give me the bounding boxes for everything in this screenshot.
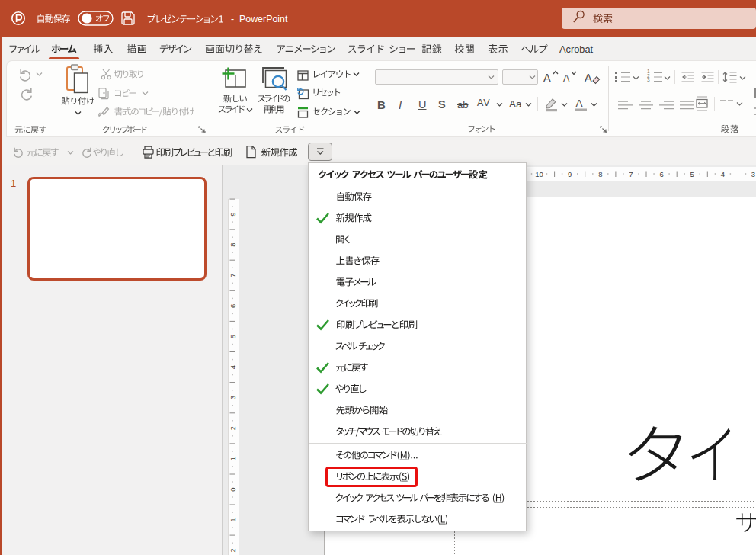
svg-text:4: 4 xyxy=(229,365,237,369)
svg-text:1: 1 xyxy=(229,457,237,460)
svg-text:8: 8 xyxy=(229,243,237,247)
svg-text:0: 0 xyxy=(229,487,237,491)
svg-text:2: 2 xyxy=(229,426,237,430)
svg-text:2: 2 xyxy=(229,549,237,553)
svg-text:9: 9 xyxy=(229,212,237,216)
svg-text:5: 5 xyxy=(229,335,237,338)
svg-text:7: 7 xyxy=(229,274,237,278)
svg-text:1: 1 xyxy=(229,518,237,521)
svg-text:6: 6 xyxy=(229,304,237,308)
svg-text:3: 3 xyxy=(229,396,237,399)
